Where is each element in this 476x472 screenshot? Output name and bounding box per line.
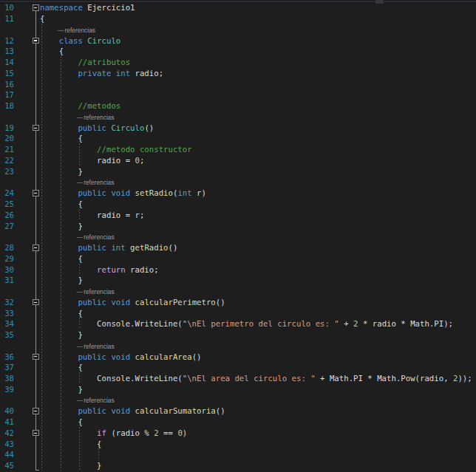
codelens-label: referencias [65,27,95,34]
code-line-16[interactable]: 16 [0,78,476,89]
codelens-label: referencias [84,179,114,186]
code-line-34[interactable]: 34 Console.WriteLine("\nEl perimetro del… [0,318,476,329]
minus-icon [34,302,37,303]
splitter-line [0,1,476,1]
code-line-36[interactable]: 36 public void calcularArea() [0,351,476,362]
codelens-dash-icon: — [76,233,82,241]
splitter-handle[interactable] [375,0,384,4]
codelens-dash-icon: — [76,179,82,186]
code-line-40[interactable]: 40 public void calcularSumatoria() [0,405,476,416]
code-line-42[interactable]: 42 if (radio % 2 == 0) [0,427,476,438]
code-line-17[interactable]: 17 [0,89,476,100]
code-line-32[interactable]: 32 public void calcularPerimetro() [0,296,476,307]
code-line-26[interactable]: 26 radio = r; [0,209,476,220]
code-line-13[interactable]: 13 { [0,45,476,56]
code-text[interactable]: } [40,461,102,472]
minus-icon [34,411,37,411]
codelens-label: referencias [84,288,114,295]
code-line-37[interactable]: 37 { [0,361,476,372]
code-line-24[interactable]: 24 public void setRadio(int r) [0,187,476,198]
fold-collapse-box[interactable] [33,38,39,44]
code-line-11[interactable]: 11{ [0,13,476,24]
codelens-row: —referencias [0,176,476,187]
fold-collapse-box[interactable] [33,354,39,360]
code-line-12[interactable]: 12 class Circulo [0,35,476,46]
fold-collapse-box[interactable] [33,190,39,196]
code-line-28[interactable]: 28 public int getRadio() [0,242,476,253]
code-editor[interactable]: 10namespace Ejercicio111{—referencias12 … [0,0,476,472]
code-line-27[interactable]: 27 } [0,220,476,231]
code-line-45[interactable]: 45 } [0,459,476,471]
code-line-15[interactable]: 15 private int radio; [0,67,476,78]
minus-icon [34,247,37,248]
code-line-29[interactable]: 29 { [0,253,476,264]
code-line-39[interactable]: 39 } [0,383,476,394]
line-number: 45 [0,461,14,472]
top-splitter-bar [0,0,476,4]
code-line-14[interactable]: 14 //atributos [0,56,476,67]
codelens-row: —referencias [0,285,476,296]
fold-collapse-box[interactable] [33,430,39,437]
codelens-row: —referencias [0,394,476,406]
minus-icon [34,193,37,194]
codelens-row: —referencias [0,230,476,242]
codelens-dash-icon: — [58,27,64,34]
code-line-44[interactable]: 44 [0,448,476,459]
minus-icon [34,356,37,357]
code-line-38[interactable]: 38 Console.WriteLine("\nEl area del circ… [0,372,476,383]
code-line-18[interactable]: 18 //metodos [0,100,476,111]
code-line-22[interactable]: 22 radio = 0; [0,154,476,165]
code-line-41[interactable]: 41 { [0,416,476,427]
code-line-10[interactable]: 10namespace Ejercicio1 [0,1,476,13]
codelens-row: —referencias [0,111,476,122]
code-line-25[interactable]: 25 { [0,198,476,209]
code-line-33[interactable]: 33 { [0,307,476,318]
minus-icon [34,40,37,41]
code-line-21[interactable]: 21 //metodo constructor [0,143,476,154]
fold-collapse-box[interactable] [33,299,39,306]
codelens-dash-icon: — [76,114,82,121]
code-line-20[interactable]: 20 { [0,132,476,143]
codelens-label: referencias [84,114,114,121]
code-line-43[interactable]: 43 { [0,438,476,449]
code-line-31[interactable]: 31 } [0,274,476,285]
fold-collapse-box[interactable] [33,408,39,414]
fold-collapse-box[interactable] [33,125,39,131]
code-line-23[interactable]: 23 } [0,165,476,177]
codelens-dash-icon: — [76,288,82,295]
codelens-label: referencias [84,233,114,241]
code-line-30[interactable]: 30 return radio; [0,264,476,275]
codelens-row: —referencias [0,340,476,351]
code-line-35[interactable]: 35 } [0,329,476,340]
code-line-19[interactable]: 19 public Circulo() [0,122,476,133]
minus-icon [34,128,37,129]
codelens-row: —referencias [0,24,476,35]
codelens-dash-icon: — [76,397,82,404]
fold-collapse-box[interactable] [33,244,39,251]
codelens-label: referencias [84,397,114,404]
minus-icon [34,433,37,434]
codelens-dash-icon: — [76,343,82,350]
codelens-label: referencias [84,343,114,350]
minus-icon [34,7,37,8]
fold-collapse-box[interactable] [33,4,39,11]
